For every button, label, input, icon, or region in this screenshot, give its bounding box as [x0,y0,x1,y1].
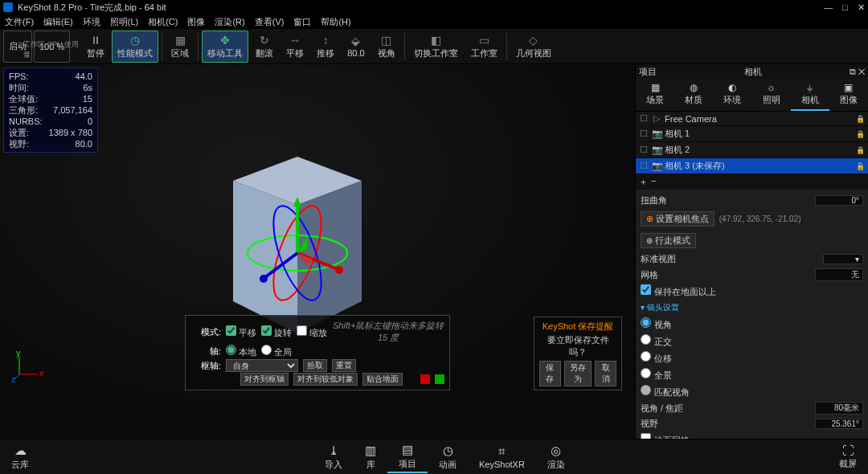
main-toolbar: 启动 100 % 工作区 CPU 使用量 ⏸暂停 ◷性能模式 ▦区域 ✥移动工具… [0,29,868,64]
menu-image[interactable]: 图像 [187,16,205,28]
distortion-input[interactable]: 0° [815,195,863,206]
svg-text:y: y [16,350,21,358]
move-tool-button[interactable]: ✥移动工具 [202,31,248,63]
btab-library[interactable]: ▥库 [354,441,387,473]
titlebar: KeyShot 8.2 Pro - Tire完成.bip - 64 bit — … [0,0,868,14]
lens-panoramic[interactable]: 全景 [641,368,672,382]
pick-pivot-button[interactable]: 拾取 [303,359,327,372]
project-panel: 项目 相机 ⧉ ✕ ▦场景 ◍材质 ◐环境 ☼照明 ⏚相机 ▣图像 ☐▷Free… [635,64,868,439]
btab-cloud[interactable]: ☁云库 [0,441,40,473]
tab-material[interactable]: ◍材质 [674,79,713,111]
lens-section[interactable]: 镜头设置 [641,300,863,316]
minimize-button[interactable]: — [824,2,833,13]
walk-mode-button[interactable]: ⊕ 行走模式 [641,233,696,248]
btab-project[interactable]: ▤项目 [387,441,428,473]
menu-file[interactable]: 文件(F) [5,16,34,28]
app-logo [3,2,13,12]
panel-title-project: 项目 [639,66,657,78]
set-focus-button[interactable]: ⊕ 设置相机焦点 [641,211,714,227]
window-title: KeyShot 8.2 Pro - Tire完成.bip - 64 bit [18,2,824,14]
grid-select[interactable]: 无 [815,268,863,281]
focus-coords: (47.92, 326.75, -21.02) [719,215,801,223]
svg-point-11 [260,275,268,283]
snap-ground-button[interactable]: 贴合地面 [362,373,403,386]
tab-scene[interactable]: ▦场景 [636,79,674,111]
confirm-icon[interactable] [435,374,444,384]
cancel-button[interactable]: 取消 [595,361,616,386]
btab-animation[interactable]: ◷动画 [428,441,468,473]
mode-scale[interactable]: 缩放 [297,325,327,339]
btab-screenshot[interactable]: ⛶截屏 [828,441,868,473]
remove-camera-icon[interactable]: − [651,176,656,188]
menu-window[interactable]: 窗口 [293,16,311,28]
panel-title-camera: 相机 [744,66,762,78]
btab-render[interactable]: ◎渲染 [536,441,576,473]
dialog-title: KeyShot 保存提醒 [539,321,616,333]
switch-studio-button[interactable]: ◧切换工作室 [408,31,464,63]
axis-indicator: y x z [11,350,43,382]
lens-shift[interactable]: 位移 [641,351,672,365]
project-tabs: ▦场景 ◍材质 ◐环境 ☼照明 ⏚相机 ▣图像 [636,79,868,112]
stdview-select[interactable]: ▾ [823,254,863,264]
camera-properties: 扭曲角0° ⊕ 设置相机焦点(47.92, 326.75, -21.02) ⊕ … [636,190,868,439]
tab-environment[interactable]: ◐环境 [713,79,751,111]
menu-camera[interactable]: 相机(C) [148,16,178,28]
menu-lighting[interactable]: 照明(L) [110,16,138,28]
save-reminder-dialog: KeyShot 保存提醒 要立即保存文件吗？ 保存 另存为 取消 [534,317,622,390]
fov-value[interactable]: ⬙80.0 [342,31,370,63]
pivot-select[interactable]: 自身 [226,359,298,372]
region-button[interactable]: ▦区域 [166,31,194,63]
focal-length-input[interactable]: 80毫米 [815,402,863,415]
keep-above-checkbox[interactable]: 保持在地面以上 [641,284,716,298]
transform-hud: 模式: 平移 旋转 缩放 Shift+鼠标左键拖动来多旋转 15 度 轴: 本地… [185,315,450,390]
cancel-icon[interactable] [420,374,430,384]
save-button[interactable]: 保存 [539,361,561,386]
camera-item-1[interactable]: ☐📷相机 1🔒 [636,126,868,142]
camera-item-free[interactable]: ☐▷Free Camera🔒 [636,112,868,126]
maximize-button[interactable]: □ [842,2,848,13]
performance-mode-button[interactable]: ◷性能模式 [112,31,158,63]
menubar: 文件(F) 编辑(E) 环境 照明(L) 相机(C) 图像 渲染(R) 查看(V… [0,14,868,29]
bottom-tabs: ☁云库 ⤓导入 ▥库 ▤项目 ◷动画 ⌗KeyShotXR ◎渲染 ⛶截屏 [0,439,868,474]
axis-global[interactable]: 全局 [261,345,292,358]
dialog-message: 要立即保存文件吗？ [539,334,616,358]
cpu-label: 工作区 CPU 使用量 [23,39,80,62]
camera-item-3[interactable]: ☐📷相机 3 (未保存)🔓 [636,158,868,174]
tab-camera[interactable]: ⏚相机 [791,79,829,111]
fov-input[interactable]: 25.361° [815,419,863,429]
menu-edit[interactable]: 编辑(E) [43,16,73,28]
menu-view[interactable]: 查看(V) [255,16,285,28]
btab-xr[interactable]: ⌗KeyShotXR [468,441,536,473]
geometry-view-button[interactable]: ◇几何视图 [510,31,557,63]
mode-pan[interactable]: 平移 [226,325,256,339]
snap-lower-button[interactable]: 对齐到较低对象 [293,373,358,386]
pause-button[interactable]: ⏸暂停 [81,31,110,63]
save-as-button[interactable]: 另存为 [564,361,592,386]
pan-button[interactable]: ↔平移 [280,31,309,63]
reset-pivot-button[interactable]: 重置 [332,359,356,372]
menu-help[interactable]: 帮助(H) [321,16,350,28]
tumble-button[interactable]: ↻翻滚 [250,31,279,63]
render-viewport[interactable]: FPS:44.0时间:6s全球值:15三角形:7,057,164NURBS:0设… [0,64,635,439]
menu-render[interactable]: 渲染(R) [215,16,244,28]
snap-pivot-button[interactable]: 对齐到枢轴 [240,373,289,386]
camera-item-2[interactable]: ☐📷相机 2🔒 [636,142,868,158]
lens-orthographic[interactable]: 正交 [641,334,672,348]
axis-local[interactable]: 本地 [226,345,256,358]
lens-match: 匹配视角 [641,385,690,398]
dolly-button[interactable]: ↕推移 [311,31,340,63]
panel-popout-icon[interactable]: ⧉ ✕ [850,67,865,77]
btab-import[interactable]: ⤓导入 [313,441,354,473]
svg-text:z: z [11,374,16,382]
tab-image[interactable]: ▣图像 [829,79,868,111]
lens-perspective[interactable]: 视角 [641,317,672,331]
perspective-button[interactable]: ◫视角 [372,31,401,63]
close-button[interactable]: ✕ [858,2,865,13]
studio-button[interactable]: ▭工作室 [465,31,503,63]
camera-list: ☐▷Free Camera🔒 ☐📷相机 1🔒 ☐📷相机 2🔒 ☐📷相机 3 (未… [636,112,868,190]
ground-grid-checkbox[interactable]: 地面网格 [641,433,690,439]
add-camera-icon[interactable]: ＋ [639,176,648,188]
tab-lighting[interactable]: ☼照明 [752,79,791,111]
menu-environment[interactable]: 环境 [83,16,100,28]
mode-rotate[interactable]: 旋转 [261,325,292,339]
